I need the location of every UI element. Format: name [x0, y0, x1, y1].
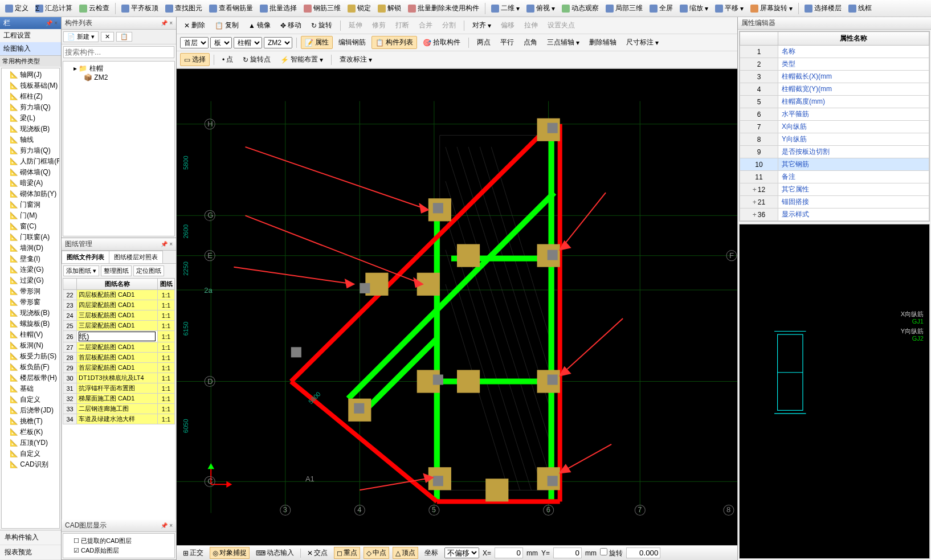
tree-item[interactable]: 📐 轴网(J)	[3, 70, 58, 80]
table-row[interactable]: 32梯屋面施工图 CAD11:1	[63, 394, 175, 404]
property-row[interactable]: 36显示样式	[740, 209, 929, 221]
tree-item[interactable]: 📐 板洞(N)	[3, 340, 58, 351]
snap-int[interactable]: ✕ 交点	[304, 547, 330, 559]
tree-item[interactable]: 📐 CAD识别	[3, 459, 58, 470]
tb-wireframe[interactable]: 线框	[846, 2, 875, 14]
property-row[interactable]: 3柱帽截长(X)(mm	[740, 71, 929, 83]
property-row[interactable]: 2类型	[740, 58, 929, 71]
tb-select-floor[interactable]: 选择楼层	[802, 2, 844, 14]
tree-item[interactable]: 📐 楼层板带(H)	[3, 373, 58, 383]
drawing-table[interactable]: 图纸名称图纸 22四层板配筋图 CAD11:123四层梁配筋图 CAD11:12…	[63, 278, 175, 520]
tb-view-rebar[interactable]: 查看钢筋量	[206, 2, 256, 14]
tree-item[interactable]: 📐 栏板(K)	[3, 427, 58, 438]
rotate-btn[interactable]: ↻ 旋转	[307, 19, 336, 32]
property-row[interactable]: 21锚固搭接	[740, 196, 929, 209]
tree-item[interactable]: 📐 挑檐(T)	[3, 416, 58, 427]
property-row[interactable]: 6水平箍筋	[740, 108, 929, 121]
tree-item[interactable]: 📐 剪力墙(Q)	[3, 145, 58, 156]
tree-node-root[interactable]: ▸ 📁 柱帽	[66, 64, 172, 73]
tb-pan[interactable]: 平移 ▾	[712, 2, 746, 14]
original-layer-check[interactable]: ☑ CAD原始图层	[66, 546, 172, 555]
tree-item[interactable]: 📐 剪力墙(Q)	[3, 102, 58, 113]
tree-item[interactable]: 📐 螺旋板(B)	[3, 318, 58, 329]
table-row[interactable]: 25三层梁配筋图 CAD11:1	[63, 321, 175, 331]
three-point-btn[interactable]: 三点辅轴 ▾	[543, 36, 583, 49]
y-input[interactable]	[553, 547, 582, 558]
tree-item[interactable]: 📐 基础	[3, 383, 58, 394]
drawing-canvas[interactable]: H G E D C F 3 4 5 6 7 8 2a A1 580	[177, 69, 737, 545]
tb-orbit[interactable]: 动态观察	[559, 2, 602, 14]
snap-mid[interactable]: ◻ 重点	[334, 547, 360, 559]
tree-item[interactable]: 📐 自定义	[3, 448, 58, 459]
nav-project-settings[interactable]: 工程设置	[0, 29, 61, 42]
modify-dim-btn[interactable]: 查改标注 ▾	[336, 53, 376, 66]
point-angle-btn[interactable]: 点角	[520, 36, 541, 49]
report-preview-btn[interactable]: 报表预览	[0, 545, 61, 560]
pin-icon[interactable]: 📌 ×	[161, 20, 173, 26]
osnap-toggle[interactable]: ◎ 对象捕捉	[210, 547, 250, 559]
tb-lock[interactable]: 锁定	[345, 2, 374, 14]
floor-select[interactable]: 首层	[180, 37, 209, 48]
subtype-select[interactable]: 柱帽	[234, 37, 262, 48]
tree-item[interactable]: 📐 过梁(G)	[3, 275, 58, 286]
tree-item[interactable]: 📐 墙洞(D)	[3, 243, 58, 254]
table-row[interactable]: 34车道及绿建水池大样1:1	[63, 414, 175, 424]
tree-item[interactable]: 📐 压顶(YD)	[3, 438, 58, 448]
tb-local-3d[interactable]: 局部三维	[603, 2, 646, 14]
pin-icon[interactable]: 📌 ×	[161, 522, 173, 529]
table-row[interactable]: 261:1	[63, 331, 175, 342]
tree-item[interactable]: 📐 带形洞	[3, 286, 58, 297]
table-row[interactable]: 33二层钢连廊施工图1:1	[63, 404, 175, 414]
tree-item[interactable]: 📐 筏板基础(M)	[3, 80, 58, 91]
delete-component-btn[interactable]: ✕	[101, 32, 114, 42]
nav-draw-input[interactable]: 绘图输入	[0, 42, 61, 55]
pin-icon[interactable]: 📌 ×	[161, 241, 173, 247]
tree-item[interactable]: 📐 轴线	[3, 134, 58, 145]
tb-batch-select[interactable]: 批量选择	[257, 2, 300, 14]
property-row[interactable]: 10其它钢筋	[740, 158, 929, 171]
tree-item[interactable]: 📐 带形窗	[3, 297, 58, 308]
tb-unlock[interactable]: 解锁	[375, 2, 404, 14]
two-point-btn[interactable]: 两点	[473, 36, 495, 49]
tree-item[interactable]: 📐 门联窗(A)	[3, 232, 58, 243]
tree-item[interactable]: 📐 窗(C)	[3, 221, 58, 232]
smart-btn[interactable]: ⚡ 智能布置 ▾	[276, 53, 327, 66]
tb-screen-rotate[interactable]: 屏幕旋转 ▾	[748, 2, 795, 14]
property-row[interactable]: 7X向纵筋	[740, 121, 929, 133]
tree-item[interactable]: 📐 人防门框墙(RF)	[3, 156, 58, 167]
move-btn[interactable]: ✥ 移动	[276, 19, 305, 32]
tree-item[interactable]: 📐 门(M)	[3, 210, 58, 221]
new-component-btn[interactable]: 📄 新建 ▾	[63, 31, 99, 42]
snap-end[interactable]: △ 顶点	[393, 547, 418, 559]
tab-file-list[interactable]: 图纸文件列表	[62, 251, 109, 263]
category-select[interactable]: 板	[210, 37, 232, 48]
table-row[interactable]: 30DT1DT3扶梯底坑及LT41:1	[63, 373, 175, 383]
single-input-btn[interactable]: 单构件输入	[0, 530, 61, 545]
mirror-btn[interactable]: ▲ 镜像	[244, 19, 275, 32]
tb-cloud[interactable]: 云检查	[76, 2, 112, 14]
tree-item[interactable]: 📐 梁(L)	[3, 113, 58, 124]
tb-define[interactable]: 定义	[2, 2, 31, 14]
snap-coord[interactable]: 坐标	[422, 547, 441, 559]
tab-floor-map[interactable]: 图纸楼层对照表	[109, 251, 163, 263]
component-tree[interactable]: ▸ 📁 柱帽 📦 ZM2	[63, 61, 175, 236]
tree-item[interactable]: 📐 现浇板(B)	[3, 308, 58, 318]
copy-component-btn[interactable]: 📋	[116, 32, 132, 42]
tree-node-child[interactable]: 📦 ZM2	[66, 73, 172, 81]
tree-item[interactable]: 📐 现浇板(B)	[3, 124, 58, 134]
tb-sum[interactable]: Σ汇总计算	[32, 2, 75, 14]
tree-item[interactable]: 📐 板负筋(F)	[3, 362, 58, 373]
table-row[interactable]: 31抗浮锚杆平面布置图1:1	[63, 383, 175, 394]
table-row[interactable]: 29首层梁配筋图 CAD11:1	[63, 363, 175, 373]
rot-check[interactable]: 旋转	[600, 548, 623, 558]
pick-btn[interactable]: 🎯 拾取构件	[419, 36, 464, 49]
property-row[interactable]: 9是否按板边切割	[740, 146, 929, 158]
table-row[interactable]: 24三层板配筋图 CAD11:1	[63, 310, 175, 321]
tb-batch-del[interactable]: 批量删除未使用构件	[405, 2, 482, 14]
property-row[interactable]: 11备注	[740, 171, 929, 183]
attr-btn[interactable]: 📝 属性	[301, 36, 333, 49]
del-aux-btn[interactable]: 删除辅轴	[585, 36, 620, 49]
tree-item[interactable]: 📐 砌体加筋(Y)	[3, 189, 58, 199]
tree-item[interactable]: 📐 柱帽(V)	[3, 329, 58, 340]
tree-item[interactable]: 📐 壁龛(I)	[3, 254, 58, 264]
